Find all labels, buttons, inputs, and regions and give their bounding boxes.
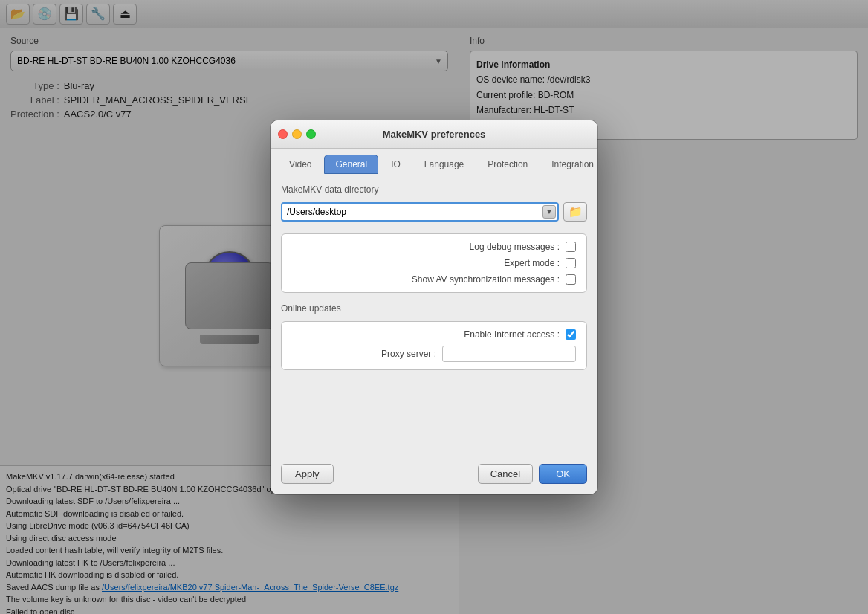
internet-access-label: Enable Internet access : [464,329,560,340]
tab-general[interactable]: General [324,155,378,174]
apply-button[interactable]: Apply [281,464,334,484]
dir-dropdown-arrow[interactable]: ▼ [542,205,556,219]
av-sync-label: Show AV synchronization messages : [412,274,560,285]
prefs-title: MakeMKV preferences [383,129,486,140]
prefs-buttons: Apply Cancel OK [271,456,597,494]
ok-button[interactable]: OK [539,464,587,484]
expert-mode-label: Expert mode : [504,258,560,268]
log-debug-checkbox[interactable] [566,242,576,252]
cancel-button[interactable]: Cancel [478,464,533,484]
prefs-tab-content: MakeMKV data directory ▼ 📁 Log debug mes… [271,174,597,456]
dir-input-wrapper: ▼ [281,202,559,222]
expert-mode-checkbox[interactable] [566,258,576,268]
maximize-button[interactable] [306,129,316,139]
minimize-button[interactable] [292,129,302,139]
av-sync-checkbox[interactable] [566,274,576,285]
browse-folder-button[interactable]: 📁 [563,202,587,222]
internet-access-checkbox[interactable] [566,329,576,340]
prefs-titlebar: MakeMKV preferences [271,120,597,149]
close-button[interactable] [278,129,288,139]
traffic-lights [278,129,316,139]
online-updates-title: Online updates [281,303,587,314]
proxy-server-label: Proxy server : [381,349,436,359]
online-updates-section: Enable Internet access : Proxy server : [281,321,587,370]
log-debug-row: Log debug messages : [292,242,576,252]
data-dir-row: ▼ 📁 [281,202,587,222]
log-debug-label: Log debug messages : [470,242,560,252]
proxy-server-row: Proxy server : [292,346,576,362]
tab-language[interactable]: Language [413,155,475,174]
proxy-server-input[interactable] [442,346,576,362]
prefs-dialog: MakeMKV preferences Video General IO Lan… [271,120,597,494]
tab-video[interactable]: Video [278,155,323,174]
modal-overlay: MakeMKV preferences Video General IO Lan… [0,0,868,614]
data-directory-title: MakeMKV data directory [281,184,587,195]
data-directory-input[interactable] [281,202,559,222]
folder-icon: 📁 [569,205,583,219]
prefs-tabs: Video General IO Language Protection Int… [271,149,597,174]
tab-integration[interactable]: Integration [540,155,597,174]
av-sync-row: Show AV synchronization messages : [292,274,576,285]
miscellaneous-section: Log debug messages : Expert mode : Show … [281,233,587,293]
tab-io[interactable]: IO [380,155,412,174]
tab-protection[interactable]: Protection [476,155,539,174]
internet-access-row: Enable Internet access : [292,329,576,340]
ok-cancel-group: Cancel OK [478,464,587,484]
expert-mode-row: Expert mode : [292,258,576,268]
